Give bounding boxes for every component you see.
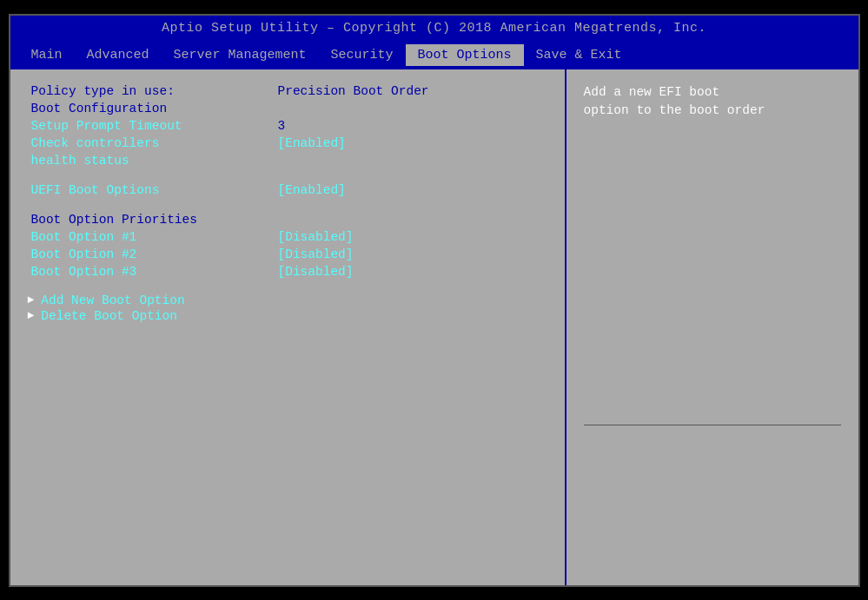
shortcut-desc-select-screen: Select Screen	[632, 439, 726, 453]
field-value-check-controllers: [Enabled]	[271, 135, 353, 151]
nav-advanced[interactable]: Advanced	[75, 44, 162, 66]
shortcut-key-f1: F1	[584, 505, 632, 519]
help-text: Add a new EFI boot option to the boot or…	[584, 83, 841, 122]
field-boot-option-3[interactable]: Boot Option #3 [Disabled]	[28, 264, 547, 280]
field-label-health-status: health status	[28, 153, 271, 168]
action-add-boot[interactable]: ► Add New Boot Option	[28, 293, 547, 307]
field-boot-config: Boot Configuration	[28, 101, 547, 116]
shortcut-select-item: ↕ Select Item	[584, 456, 841, 470]
action-delete-boot[interactable]: ► Delete Boot Option	[28, 309, 547, 323]
field-value-setup-prompt: 3	[271, 118, 293, 134]
field-check-controllers[interactable]: Check controllers [Enabled]	[28, 135, 547, 151]
nav-bar: Main Advanced Server Management Security…	[10, 41, 858, 69]
field-label-check-controllers: Check controllers	[28, 135, 271, 151]
field-health-status: health status	[28, 153, 547, 168]
shortcut-select-screen: ↔ Select Screen	[584, 439, 841, 453]
action-label-add-boot: Add New Boot Option	[41, 293, 184, 307]
shortcut-key-enter: Enter	[584, 472, 632, 486]
nav-main[interactable]: Main	[19, 44, 75, 66]
nav-security[interactable]: Security	[319, 44, 406, 66]
nav-boot-options[interactable]: Boot Options	[406, 44, 524, 66]
field-label-uefi-boot: UEFI Boot Options	[28, 182, 271, 198]
field-policy-type: Policy type in use: Precision Boot Order	[28, 83, 547, 99]
shortcut-table: ↔ Select Screen ↕ Select Item Enter Sele…	[584, 439, 841, 571]
field-label-boot-priorities: Boot Option Priorities	[28, 212, 271, 227]
shortcut-desc-change-value: Change Value	[632, 489, 719, 503]
arrow-icon-delete: ►	[28, 309, 35, 322]
divider	[584, 425, 841, 425]
help-line-1: Add a new EFI boot	[584, 83, 841, 102]
title-text: Aptio Setup Utility – Copyright (C) 2018…	[162, 21, 706, 36]
field-value-uefi-boot: [Enabled]	[271, 182, 353, 198]
nav-save-exit[interactable]: Save & Exit	[524, 44, 634, 66]
shortcut-desc-general-help: General Help	[632, 505, 719, 519]
shortcut-exit: ESC Exit	[584, 555, 841, 569]
gap-3	[28, 281, 547, 293]
shortcut-desc-save-exit: Save & Exit	[632, 538, 712, 552]
gap-1	[28, 170, 547, 182]
help-line-2: option to the boot order	[584, 102, 841, 121]
shortcut-save-exit: F10 Save & Exit	[584, 538, 841, 552]
field-label-boot-config: Boot Configuration	[28, 101, 271, 116]
field-boot-priorities: Boot Option Priorities	[28, 212, 547, 227]
field-label-setup-prompt: Setup Prompt Timeout	[28, 118, 271, 134]
main-content: Policy type in use: Precision Boot Order…	[10, 69, 858, 585]
shortcut-select-field: Enter Select Field	[584, 472, 841, 486]
field-boot-option-1[interactable]: Boot Option #1 [Disabled]	[28, 229, 547, 245]
field-value-boot-option-2: [Disabled]	[271, 247, 361, 262]
shortcut-desc-bios-defaults: BIOS Defaults	[632, 522, 726, 536]
field-value-boot-option-3: [Disabled]	[271, 264, 361, 280]
shortcut-key-arrows-h: ↔	[584, 439, 632, 453]
shortcut-key-plusminus: +/-	[584, 489, 632, 503]
shortcut-key-arrows-v: ↕	[584, 456, 632, 470]
gap-2	[28, 200, 547, 212]
right-panel: Add a new EFI boot option to the boot or…	[567, 69, 858, 585]
field-value-boot-option-1: [Disabled]	[271, 229, 361, 245]
shortcut-desc-exit: Exit	[632, 555, 661, 569]
shortcut-key-f10: F10	[584, 538, 632, 552]
shortcut-desc-select-field: Select Field	[632, 472, 719, 486]
shortcut-bios-defaults: F9 BIOS Defaults	[584, 522, 841, 536]
bios-container: Aptio Setup Utility – Copyright (C) 2018…	[9, 14, 860, 587]
shortcut-change-value: +/- Change Value	[584, 489, 841, 503]
shortcut-desc-select-item: Select Item	[632, 456, 712, 470]
action-label-delete-boot: Delete Boot Option	[41, 309, 177, 323]
field-value-policy-type: Precision Boot Order	[271, 83, 436, 99]
field-boot-option-2[interactable]: Boot Option #2 [Disabled]	[28, 247, 547, 262]
shortcut-key-f9: F9	[584, 522, 632, 536]
field-label-boot-option-3: Boot Option #3	[28, 264, 271, 280]
field-label-policy-type: Policy type in use:	[28, 83, 271, 99]
left-panel: Policy type in use: Precision Boot Order…	[10, 69, 567, 585]
field-setup-prompt[interactable]: Setup Prompt Timeout 3	[28, 118, 547, 134]
field-uefi-boot[interactable]: UEFI Boot Options [Enabled]	[28, 182, 547, 198]
arrow-icon-add: ►	[28, 293, 35, 307]
field-label-boot-option-2: Boot Option #2	[28, 247, 271, 262]
field-label-boot-option-1: Boot Option #1	[28, 229, 271, 245]
shortcut-general-help: F1 General Help	[584, 505, 841, 519]
title-bar: Aptio Setup Utility – Copyright (C) 2018…	[10, 16, 858, 41]
nav-server-management[interactable]: Server Management	[162, 44, 319, 66]
shortcut-key-esc: ESC	[584, 555, 632, 569]
